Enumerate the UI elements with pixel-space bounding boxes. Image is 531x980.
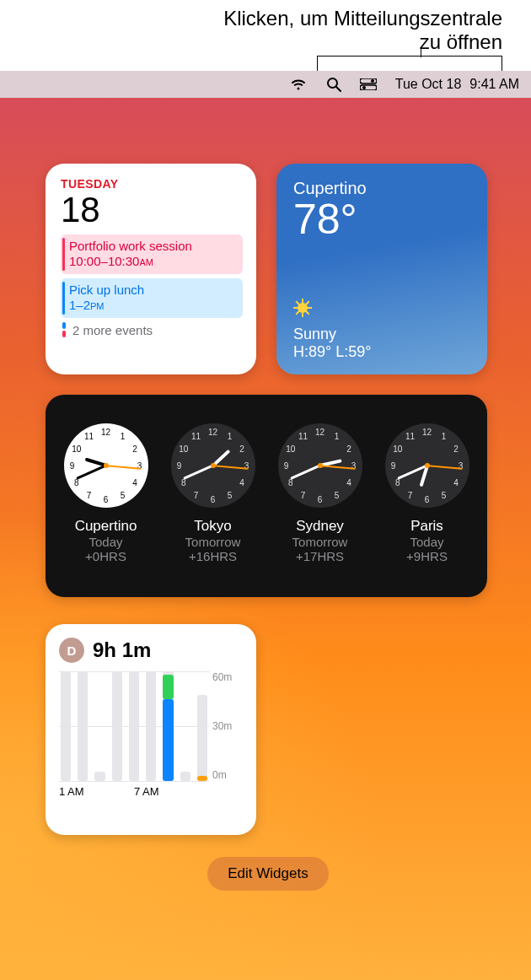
calendar-event[interactable]: Portfolio work session 10:00–10:30AM (61, 234, 243, 274)
clock-face: 121234567891011 (171, 423, 255, 508)
screen-time-widget[interactable]: D 9h 1m 60m 30m 0m 1 AM 7 AM (46, 624, 256, 835)
weather-widget[interactable]: Cupertino 78° Sunny H:89° (276, 164, 487, 374)
chart-bar (163, 671, 173, 781)
city-offset: +16HRS (171, 549, 255, 563)
chart-bar (112, 671, 122, 781)
city-name: Tokyo (171, 518, 255, 535)
event-time: 10:00–10:30AM (69, 254, 236, 270)
city-offset: +0HRS (64, 549, 148, 563)
svg-point-3 (371, 79, 374, 83)
weather-condition: Sunny (293, 326, 472, 343)
menubar: Tue Oct 18 9:41 AM (0, 71, 531, 98)
event-title: Pick up lunch (69, 283, 236, 298)
screen-time-chart: 60m 30m 0m 1 AM 7 AM (59, 671, 243, 798)
callout-line1: Klicken, um Mitteilungszentrale (223, 7, 502, 30)
chart-bar (146, 671, 156, 781)
weather-temperature: 78° (293, 198, 472, 240)
calendar-event[interactable]: Pick up lunch 1–2PM (61, 278, 243, 318)
event-time: 1–2PM (69, 298, 236, 314)
wifi-icon[interactable] (289, 78, 308, 91)
world-clock-widget[interactable]: 121234567891011CupertinoToday+0HRS121234… (46, 395, 487, 597)
menubar-time: 9:41 AM (469, 77, 519, 92)
city-name: Cupertino (64, 518, 148, 535)
screen-time-total: 9h 1m (93, 638, 151, 662)
edit-widgets-button[interactable]: Edit Widgets (207, 857, 328, 891)
menubar-clock[interactable]: Tue Oct 18 9:41 AM (395, 77, 519, 92)
city-name: Sydney (278, 518, 362, 535)
control-center-icon[interactable] (360, 78, 377, 90)
city-day: Today (385, 535, 469, 549)
world-clock-city: 121234567891011ParisToday+9HRS (385, 423, 469, 563)
chart-y-labels: 60m 30m 0m (212, 671, 243, 781)
city-offset: +17HRS (278, 549, 362, 563)
clock-face: 121234567891011 (64, 423, 148, 508)
svg-point-5 (362, 86, 366, 89)
notification-center: TUESDAY 18 Portfolio work session 10:00–… (0, 98, 531, 891)
world-clock-city: 121234567891011SydneyTomorrow+17HRS (278, 423, 362, 563)
sun-icon (293, 299, 312, 317)
city-name: Paris (385, 518, 469, 535)
world-clock-city: 121234567891011CupertinoToday+0HRS (64, 423, 148, 563)
menubar-date: Tue Oct 18 (395, 77, 462, 92)
callout-bracket (317, 56, 502, 71)
annotation-callout: Klicken, um Mitteilungszentrale zu öffne… (0, 7, 502, 54)
city-day: Today (64, 535, 148, 549)
city-offset: +9HRS (385, 549, 469, 563)
event-title: Portfolio work session (69, 239, 236, 254)
calendar-more-events[interactable]: 2 more events (61, 322, 243, 337)
chart-bar (197, 695, 207, 781)
city-day: Tomorrow (278, 535, 362, 549)
spotlight-icon[interactable] (326, 77, 341, 92)
chart-bar (94, 772, 105, 781)
calendar-day-number: 18 (61, 192, 243, 228)
callout-line2: zu öffnen (420, 30, 502, 53)
avatar: D (59, 638, 84, 663)
svg-line-1 (336, 87, 341, 91)
chart-bar (180, 772, 190, 781)
calendar-day-name: TUESDAY (61, 177, 243, 191)
clock-face: 121234567891011 (278, 423, 362, 508)
chart-bar (78, 671, 88, 781)
chart-x-labels: 1 AM 7 AM (59, 785, 209, 798)
chart-bar (129, 671, 139, 781)
more-events-label: 2 more events (72, 323, 153, 337)
more-events-dots-icon (62, 322, 66, 337)
weather-hilo: H:89° L:59° (293, 343, 472, 361)
world-clock-city: 121234567891011TokyoTomorrow+16HRS (171, 423, 255, 563)
clock-face: 121234567891011 (385, 423, 469, 508)
desktop: Tue Oct 18 9:41 AM TUESDAY 18 Portfolio … (0, 71, 531, 980)
city-day: Tomorrow (171, 535, 255, 549)
calendar-widget[interactable]: TUESDAY 18 Portfolio work session 10:00–… (46, 164, 256, 374)
chart-bar (61, 671, 71, 781)
